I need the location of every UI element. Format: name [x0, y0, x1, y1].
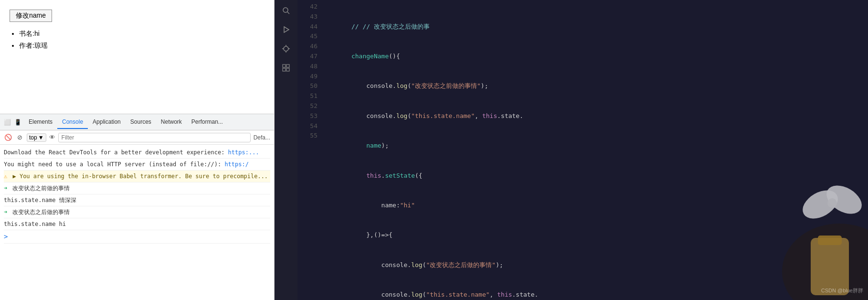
console-output: Download the React DevTools for a better… — [0, 145, 274, 300]
modify-name-button[interactable]: 修改name — [10, 10, 52, 22]
watermark: CSDN @blue胖胖 — [821, 287, 863, 294]
device-icon[interactable]: 📱 — [13, 118, 22, 127]
tab-application[interactable]: Application — [88, 116, 126, 129]
context-dropdown-icon: ▼ — [38, 134, 44, 141]
console-cursor-line: > — [4, 230, 270, 244]
code-line-44: changeName(){ — [329, 42, 868, 71]
search-icon[interactable] — [279, 4, 293, 17]
tab-console[interactable]: Console — [57, 116, 88, 129]
code-line-42 — [329, 2, 868, 12]
devtools-tabs-bar: ⬜ 📱 Elements Console Application Sources… — [0, 114, 274, 130]
preview-area: 修改name 书名:hi 作者:琼瑶 — [0, 0, 274, 114]
console-toolbar: 🚫 ⊘ top ▼ 👁 Defa... — [0, 130, 274, 145]
svg-point-3 — [284, 46, 288, 51]
clear-console-icon[interactable]: 🚫 — [4, 133, 12, 142]
book-author-item: 作者:琼瑶 — [19, 40, 265, 52]
tab-network[interactable]: Network — [156, 116, 187, 129]
devtools-panel: ⬜ 📱 Elements Console Application Sources… — [0, 114, 274, 300]
warning-icon: ⚠ — [4, 173, 7, 180]
book-info-list: 书名:hi 作者:琼瑶 — [10, 28, 265, 52]
inspect-icon[interactable]: ⬜ — [3, 118, 11, 127]
svg-rect-9 — [286, 64, 289, 67]
tab-sources[interactable]: Sources — [126, 116, 156, 129]
svg-marker-2 — [284, 27, 289, 32]
svg-rect-16 — [811, 238, 849, 295]
arrow-icon-1: ➜ — [4, 185, 7, 192]
console-msg-warning: ⚠ ▶ You are using the in-browser Babel t… — [4, 171, 270, 182]
live-expressions-icon[interactable]: 👁 — [49, 134, 55, 141]
browser-preview-panel: 修改name 书名:hi 作者:琼瑶 ⬜ 📱 Elements Console … — [0, 0, 275, 300]
code-line-43: // // 改变状态之后做的事 — [329, 12, 868, 42]
code-line-46: console.log("this.state.name", this.stat… — [329, 101, 868, 131]
svg-rect-8 — [283, 64, 286, 67]
code-editor-panel: 42 43 44 45 46 47 48 49 50 51 52 53 54 5… — [297, 0, 868, 300]
tab-performance[interactable]: Performan... — [187, 116, 228, 129]
svg-rect-17 — [818, 236, 842, 245]
editor-activity-bar — [275, 0, 297, 300]
console-msg-1: You might need to use a local HTTP serve… — [4, 159, 270, 171]
svg-rect-11 — [286, 68, 289, 71]
console-msg-2: ➜ 改变状态之前做的事情 — [4, 182, 270, 194]
code-line-45: console.log("改变状态之前做的事情"); — [329, 72, 868, 101]
svg-point-15 — [827, 198, 837, 208]
console-cursor[interactable]: > — [4, 233, 8, 240]
svg-point-0 — [283, 8, 288, 12]
code-line-46b: name); — [329, 131, 868, 161]
context-label: top — [29, 134, 37, 141]
line-numbers: 42 43 44 45 46 47 48 49 50 51 52 53 54 5… — [297, 0, 321, 300]
console-settings-icon[interactable]: ⊘ — [15, 133, 24, 142]
context-selector[interactable]: top ▼ — [27, 133, 46, 142]
console-msg-4: ➜ 改变状态之后做的事情 — [4, 206, 270, 218]
svg-rect-10 — [283, 68, 286, 71]
log-levels-label: Defa... — [254, 134, 270, 141]
debug-icon[interactable] — [279, 42, 293, 55]
svg-point-14 — [822, 180, 867, 219]
decorative-overlay — [744, 176, 868, 300]
svg-line-1 — [287, 12, 289, 14]
book-title-item: 书名:hi — [19, 28, 265, 40]
play-icon[interactable] — [279, 23, 293, 36]
console-msg-3: this.state.name 情深深 — [4, 194, 270, 206]
console-msg-5: this.state.name hi — [4, 218, 270, 230]
console-msg-0: Download the React DevTools for a better… — [4, 147, 270, 159]
console-filter-input[interactable] — [58, 133, 251, 142]
extensions-icon[interactable] — [279, 61, 293, 75]
arrow-icon-2: ➜ — [4, 209, 7, 215]
tab-elements[interactable]: Elements — [24, 116, 57, 129]
